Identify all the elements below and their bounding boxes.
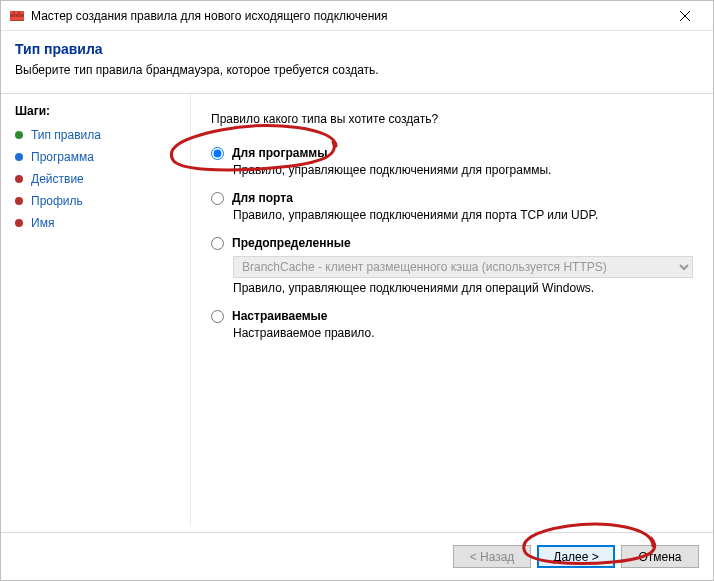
- step-program[interactable]: Программа: [15, 146, 180, 168]
- step-name[interactable]: Имя: [15, 212, 180, 234]
- bullet-icon: [15, 197, 23, 205]
- bullet-icon: [15, 153, 23, 161]
- main-content: Правило какого типа вы хотите создать? Д…: [191, 94, 713, 525]
- close-icon: [680, 11, 690, 21]
- page-subtitle: Выберите тип правила брандмауэра, которо…: [15, 63, 699, 77]
- option-predefined-title: Предопределенные: [232, 236, 351, 250]
- window-title: Мастер создания правила для нового исход…: [31, 9, 663, 23]
- page-title: Тип правила: [15, 41, 699, 57]
- option-predefined-row[interactable]: Предопределенные: [211, 236, 693, 250]
- radio-program[interactable]: [211, 147, 224, 160]
- step-profile[interactable]: Профиль: [15, 190, 180, 212]
- svg-rect-2: [10, 17, 24, 20]
- step-label: Имя: [31, 216, 54, 230]
- option-custom-desc: Настраиваемое правило.: [233, 326, 693, 340]
- svg-rect-1: [10, 11, 24, 14]
- wizard-footer: < Назад Далее > Отмена: [1, 532, 713, 580]
- option-program-row[interactable]: Для программы: [211, 146, 693, 160]
- bullet-icon: [15, 175, 23, 183]
- option-custom: Настраиваемые Настраиваемое правило.: [211, 309, 693, 340]
- steps-sidebar: Шаги: Тип правила Программа Действие Про…: [1, 94, 191, 525]
- question-text: Правило какого типа вы хотите создать?: [211, 112, 693, 126]
- close-button[interactable]: [663, 2, 707, 30]
- bullet-icon: [15, 131, 23, 139]
- cancel-button[interactable]: Отмена: [621, 545, 699, 568]
- option-program: Для программы Правило, управляющее подкл…: [211, 146, 693, 177]
- option-predefined: Предопределенные BranchCache - клиент ра…: [211, 236, 693, 295]
- radio-custom[interactable]: [211, 310, 224, 323]
- step-rule-type[interactable]: Тип правила: [15, 124, 180, 146]
- option-program-desc: Правило, управляющее подключениями для п…: [233, 163, 693, 177]
- option-port-row[interactable]: Для порта: [211, 191, 693, 205]
- back-button: < Назад: [453, 545, 531, 568]
- radio-predefined[interactable]: [211, 237, 224, 250]
- option-custom-row[interactable]: Настраиваемые: [211, 309, 693, 323]
- step-label: Программа: [31, 150, 94, 164]
- step-label: Действие: [31, 172, 84, 186]
- firewall-icon: [9, 8, 25, 24]
- option-predefined-desc: Правило, управляющее подключениями для о…: [233, 281, 693, 295]
- bullet-icon: [15, 219, 23, 227]
- option-custom-title: Настраиваемые: [232, 309, 327, 323]
- option-port-title: Для порта: [232, 191, 293, 205]
- option-port-desc: Правило, управляющее подключениями для п…: [233, 208, 693, 222]
- step-label: Тип правила: [31, 128, 101, 142]
- option-port: Для порта Правило, управляющее подключен…: [211, 191, 693, 222]
- step-action[interactable]: Действие: [15, 168, 180, 190]
- predefined-dropdown: BranchCache - клиент размещенного кэша (…: [233, 256, 693, 278]
- radio-port[interactable]: [211, 192, 224, 205]
- step-label: Профиль: [31, 194, 83, 208]
- option-program-title: Для программы: [232, 146, 327, 160]
- titlebar: Мастер создания правила для нового исход…: [1, 1, 713, 31]
- steps-heading: Шаги:: [15, 104, 180, 118]
- wizard-header: Тип правила Выберите тип правила брандма…: [1, 31, 713, 89]
- next-button[interactable]: Далее >: [537, 545, 615, 568]
